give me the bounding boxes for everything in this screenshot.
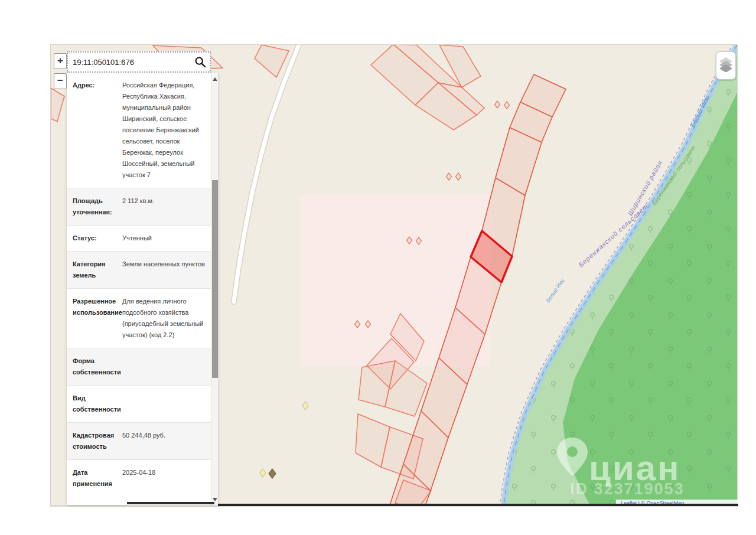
- info-value: Российская Федерация, Республика Хакасия…: [122, 80, 207, 181]
- scroll-up-arrow-icon[interactable]: [213, 77, 217, 81]
- search-input[interactable]: [68, 58, 193, 67]
- road: [234, 45, 299, 302]
- info-label: Форма собственности: [73, 355, 122, 378]
- info-row-ownership-form: Форма собственности: [67, 348, 211, 385]
- info-row-ownership-type: Вид собственности: [67, 385, 211, 422]
- info-value: 50 244,48 руб.: [122, 430, 207, 452]
- info-row-area: Площадь уточненная: 2 112 кв.м.: [67, 188, 211, 225]
- info-label: Дата применения: [73, 467, 122, 490]
- scrollbar-thumb[interactable]: [212, 180, 218, 378]
- info-label: Вид собственности: [73, 393, 122, 415]
- info-label: Площадь уточненная:: [73, 195, 122, 218]
- info-value: 2 112 кв.м.: [122, 195, 207, 218]
- parcel-info-panel: Адрес: Российская Федерация, Республика …: [67, 73, 218, 505]
- info-value: [122, 355, 207, 378]
- info-value: Земли населенных пунктов: [122, 259, 207, 281]
- panel-vertical-scrollbar[interactable]: [211, 73, 218, 505]
- layers-button[interactable]: [716, 51, 736, 80]
- info-label: Статус:: [73, 233, 122, 244]
- label-river-small: Белый Июс: [545, 277, 566, 304]
- info-label: Кадастровая стоимость: [73, 430, 122, 452]
- info-value: 2025-04-18: [122, 467, 207, 490]
- info-label: Разрешенное использование: [73, 296, 122, 341]
- info-row-status: Статус: Учтенный: [67, 225, 211, 251]
- info-row-address: Адрес: Российская Федерация, Республика …: [67, 73, 211, 188]
- zoom-out-button[interactable]: −: [54, 73, 67, 89]
- panel-horizontal-scrollbar-thumb[interactable]: [127, 502, 214, 504]
- info-row-land-category: Категория земель Земли населенных пункто…: [67, 251, 211, 288]
- scroll-down-arrow-icon[interactable]: [213, 498, 217, 501]
- watermark-id: ID 323719053: [570, 480, 685, 498]
- info-label: Категория земель: [73, 259, 122, 281]
- cadastral-search-box: [67, 51, 211, 73]
- info-value: Для ведения личного подсобного хозяйства…: [122, 296, 207, 341]
- info-value: Учтенный: [122, 233, 207, 244]
- zoom-in-button[interactable]: +: [54, 53, 67, 69]
- map-bottom-border: [218, 504, 738, 506]
- search-icon[interactable]: [193, 54, 208, 70]
- info-row-application-date: Дата применения 2025-04-18: [67, 459, 211, 497]
- info-label: Адрес:: [73, 80, 122, 181]
- map-bottom-border-light: [51, 505, 127, 506]
- layers-icon: [719, 57, 733, 74]
- info-row-permitted-use: Разрешенное использование Для ведения ли…: [67, 288, 211, 348]
- info-value: [122, 393, 207, 415]
- info-row-cadastral-value: Кадастровая стоимость 50 244,48 руб.: [67, 422, 211, 459]
